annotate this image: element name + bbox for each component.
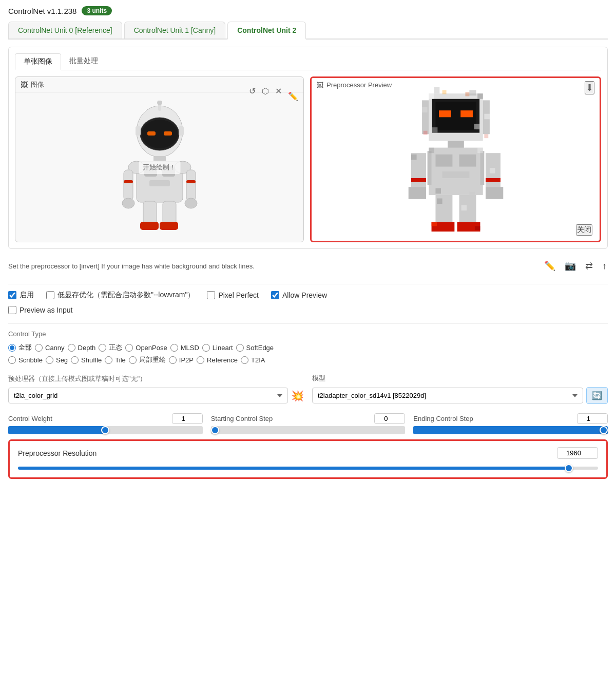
tab-unit2[interactable]: ControlNet Unit 2 bbox=[227, 22, 306, 40]
svg-rect-60 bbox=[437, 199, 442, 204]
radio-mlsd-label: MLSD bbox=[181, 344, 199, 352]
tab-unit1[interactable]: ControlNet Unit 1 [Canny] bbox=[124, 22, 226, 38]
radio-canny-input[interactable] bbox=[35, 344, 43, 352]
starting-step-slider[interactable] bbox=[211, 426, 406, 434]
radio-quanbu-input[interactable] bbox=[8, 344, 16, 352]
radio-shuffle-input[interactable] bbox=[71, 356, 79, 364]
radio-openpose-input[interactable] bbox=[125, 344, 133, 352]
radio-openpose-label: OpenPose bbox=[136, 344, 167, 352]
radio-quanbu-label: 全部 bbox=[18, 343, 32, 352]
tab-unit0[interactable]: ControlNet Unit 0 [Reference] bbox=[8, 22, 122, 38]
radio-seg[interactable]: Seg bbox=[46, 355, 68, 364]
explode-icon: 💥 bbox=[291, 390, 304, 402]
radio-ip2p-label: IP2P bbox=[179, 356, 194, 364]
edit-icon-button[interactable]: ✏️ bbox=[543, 259, 556, 273]
swap-icon-button[interactable]: ⇄ bbox=[584, 259, 594, 273]
radio-scribble[interactable]: Scribble bbox=[8, 355, 43, 364]
radio-scribble-input[interactable] bbox=[8, 356, 16, 364]
svg-rect-24 bbox=[124, 180, 133, 183]
radio-tile[interactable]: Tile bbox=[105, 355, 125, 364]
radio-depth-input[interactable] bbox=[68, 344, 75, 352]
preprocess-row: 预处理器（直接上传模式图或草稿时可选"无"） t2ia_color_grid n… bbox=[8, 374, 608, 404]
radio-mlsd[interactable]: MLSD bbox=[170, 343, 199, 352]
allow-preview-checkbox-item[interactable]: Allow Preview bbox=[271, 291, 327, 299]
pixel-perfect-checkbox[interactable] bbox=[207, 291, 215, 299]
svg-point-19 bbox=[185, 198, 197, 208]
radio-quanbu[interactable]: 全部 bbox=[8, 343, 32, 352]
svg-rect-48 bbox=[429, 148, 434, 153]
svg-rect-44 bbox=[480, 151, 484, 185]
camera-icon-button[interactable]: 📷 bbox=[564, 259, 577, 273]
send-icon-button[interactable]: ↑ bbox=[601, 260, 608, 273]
radio-t2ia-input[interactable] bbox=[241, 356, 248, 364]
image-content[interactable]: 开始绘制！ bbox=[15, 93, 303, 242]
close-preview-button[interactable]: 关闭 bbox=[576, 224, 592, 236]
app-container: ControlNet v1.1.238 3 units ControlNet U… bbox=[0, 0, 616, 485]
start-label: 开始绘制！ bbox=[139, 161, 180, 174]
sliders-row: Control Weight Starting Control Step End… bbox=[8, 413, 608, 434]
radio-t2ia[interactable]: T2IA bbox=[241, 355, 265, 364]
radio-canny[interactable]: Canny bbox=[35, 343, 65, 352]
control-weight-group: Control Weight bbox=[8, 413, 203, 434]
preview-input-row: Preview as Input bbox=[8, 306, 608, 314]
resolution-label: Preprocessor Resolution bbox=[18, 449, 97, 457]
pixel-perfect-checkbox-item[interactable]: Pixel Perfect bbox=[207, 291, 259, 299]
preview-box: 🖼 Preprocessor Preview ⬇ bbox=[310, 76, 601, 242]
svg-rect-39 bbox=[432, 127, 437, 133]
resolution-value-input[interactable] bbox=[557, 447, 598, 459]
model-refresh-button[interactable]: 🔄 bbox=[586, 387, 608, 404]
radio-softedge[interactable]: SoftEdge bbox=[236, 343, 274, 352]
radio-inpaint-label: 局部重绘 bbox=[139, 355, 166, 364]
sub-tab-single[interactable]: 单张图像 bbox=[15, 53, 61, 70]
radio-tile-input[interactable] bbox=[105, 356, 112, 364]
low-vram-checkbox[interactable] bbox=[46, 291, 54, 299]
svg-rect-31 bbox=[439, 110, 451, 117]
svg-rect-57 bbox=[486, 187, 503, 199]
radio-ip2p-input[interactable] bbox=[169, 356, 177, 364]
header-row: ControlNet v1.1.238 3 units bbox=[8, 6, 608, 15]
radio-inpaint[interactable]: 局部重绘 bbox=[129, 355, 166, 364]
control-type-section: Control Type 全部 Canny Depth 正态 OpenPose bbox=[8, 330, 608, 364]
control-weight-value[interactable] bbox=[172, 413, 203, 424]
enable-checkbox[interactable] bbox=[8, 291, 16, 299]
radio-depth[interactable]: Depth bbox=[68, 343, 96, 352]
radio-normal[interactable]: 正态 bbox=[99, 343, 122, 352]
enable-checkbox-item[interactable]: 启用 bbox=[8, 291, 34, 300]
model-select[interactable]: t2iadapter_color_sd14v1 [8522029d] bbox=[312, 388, 583, 403]
control-weight-slider[interactable] bbox=[8, 426, 203, 434]
allow-preview-checkbox[interactable] bbox=[271, 291, 279, 299]
radio-lineart[interactable]: Lineart bbox=[202, 343, 233, 352]
radio-reference-input[interactable] bbox=[197, 356, 204, 364]
toolbar-row: Set the preprocessor to [invert] If your… bbox=[8, 256, 608, 276]
radio-openpose[interactable]: OpenPose bbox=[125, 343, 167, 352]
starting-step-label: Starting Control Step bbox=[211, 415, 273, 422]
radio-reference[interactable]: Reference bbox=[197, 355, 238, 364]
pixel-perfect-label: Pixel Perfect bbox=[218, 291, 259, 299]
low-vram-checkbox-item[interactable]: 低显存优化（需配合启动参数"--lowvram"） bbox=[46, 291, 195, 300]
preprocess-select-wrapper: t2ia_color_grid none canny 💥 bbox=[8, 388, 304, 403]
radio-normal-input[interactable] bbox=[99, 344, 106, 352]
sub-tab-batch[interactable]: 批量处理 bbox=[61, 53, 106, 70]
starting-step-value[interactable] bbox=[374, 413, 405, 424]
radio-softedge-input[interactable] bbox=[236, 344, 244, 352]
radio-mlsd-input[interactable] bbox=[170, 344, 178, 352]
radio-shuffle[interactable]: Shuffle bbox=[71, 355, 102, 364]
radio-inpaint-input[interactable] bbox=[129, 356, 137, 364]
radio-ip2p[interactable]: IP2P bbox=[169, 355, 194, 364]
preview-as-input-checkbox[interactable] bbox=[8, 306, 16, 314]
preview-download-button[interactable]: ⬇ bbox=[585, 81, 594, 94]
resolution-slider[interactable] bbox=[18, 467, 598, 470]
radio-shuffle-label: Shuffle bbox=[81, 356, 102, 364]
radio-seg-input[interactable] bbox=[46, 356, 53, 364]
svg-rect-67 bbox=[486, 178, 500, 182]
starting-step-group: Starting Control Step bbox=[211, 413, 406, 434]
preprocessor-select[interactable]: t2ia_color_grid none canny bbox=[8, 388, 288, 403]
divider-2 bbox=[8, 323, 608, 324]
ending-step-value[interactable] bbox=[577, 413, 608, 424]
radio-lineart-input[interactable] bbox=[202, 344, 210, 352]
svg-point-18 bbox=[122, 198, 134, 208]
preview-robot-image bbox=[399, 87, 512, 236]
ending-step-group: Ending Control Step bbox=[413, 413, 608, 434]
ending-step-slider[interactable] bbox=[413, 426, 608, 434]
preview-as-input-item[interactable]: Preview as Input bbox=[8, 306, 73, 314]
